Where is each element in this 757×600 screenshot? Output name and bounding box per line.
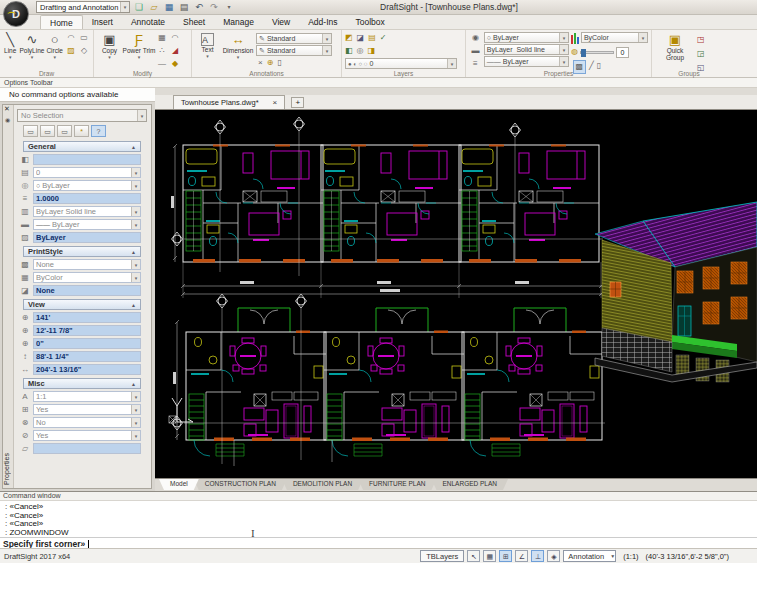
print-icon[interactable]: ▤: [178, 1, 190, 13]
linetype-scale-field[interactable]: 1.0000: [33, 193, 141, 204]
line-style-select[interactable]: ByLayer Solid line▾: [33, 206, 141, 217]
center-x-field[interactable]: 141': [33, 312, 141, 323]
grid-icon[interactable]: ▦: [483, 550, 496, 562]
transparency-field[interactable]: ByLayer: [33, 232, 141, 243]
save-icon[interactable]: ▦: [163, 1, 175, 13]
snap-icon[interactable]: ⊞: [499, 550, 512, 562]
sheet-tab-demolition-plan[interactable]: DEMOLITION PLAN: [282, 479, 363, 490]
sheet-tab-furniture-plan[interactable]: FURNITURE PLAN: [358, 479, 436, 490]
annotation-scale-select[interactable]: Annotation ▼: [563, 550, 616, 562]
ellipse-icon[interactable]: ◇: [78, 45, 90, 57]
tab-toolbox[interactable]: Toolbox: [347, 15, 394, 29]
copy-button[interactable]: ▣Copy▾: [97, 32, 122, 69]
section-general[interactable]: General▲: [23, 141, 141, 152]
line-color-select[interactable]: ○ByLayer▾: [484, 32, 569, 43]
explode-icon[interactable]: ∴: [156, 45, 168, 57]
color-select[interactable]: ByColor▾: [581, 32, 648, 43]
close-icon[interactable]: ×: [273, 98, 278, 107]
power-trim-button[interactable]: ƑPower Trim▾: [124, 32, 154, 69]
rectangle-icon[interactable]: ▭: [78, 32, 90, 44]
polyline-button[interactable]: ∿PolyLine▾: [19, 32, 44, 69]
selection-select[interactable]: No Selection▾: [17, 109, 147, 122]
pointer-snap-icon[interactable]: ↖: [467, 550, 480, 562]
section-printstyle[interactable]: PrintStyle▲: [23, 246, 141, 257]
redo-icon[interactable]: ↷: [208, 1, 220, 13]
ucs-origin-select[interactable]: No▾: [33, 417, 141, 428]
chamfer-icon[interactable]: ◢: [169, 45, 181, 57]
section-view[interactable]: View▲: [23, 299, 141, 310]
fillet-icon[interactable]: ◠: [169, 32, 181, 44]
height-field[interactable]: 88'-1 1/4": [33, 351, 141, 362]
pick-color-icon[interactable]: ◉: [469, 32, 482, 44]
layer-select[interactable]: ● ◐ ○ ◌ 0 ▾: [345, 58, 457, 69]
stretch-icon[interactable]: —: [156, 58, 168, 70]
tab-annotate[interactable]: Annotate: [122, 15, 174, 29]
width-field[interactable]: 204'-1 13/16": [33, 364, 141, 375]
print-style-select[interactable]: None▾: [33, 259, 141, 270]
sheet-tab-enlarged-plan[interactable]: ENLARGED PLAN: [431, 479, 508, 490]
layer-select[interactable]: 0▾: [33, 167, 141, 178]
line-style-select[interactable]: ByLayer Solid line▾: [484, 44, 569, 55]
text-button[interactable]: AText▾: [195, 32, 220, 69]
layer-on-icon[interactable]: ▤: [368, 32, 376, 44]
visual-style-field[interactable]: [33, 443, 141, 454]
document-tab[interactable]: Townhouse Plans.dwg* ×: [173, 95, 285, 109]
tab-insert[interactable]: Insert: [83, 15, 122, 29]
tab-home[interactable]: Home: [40, 15, 83, 29]
tab-addins[interactable]: Add-Ins: [299, 15, 346, 29]
pattern-icon[interactable]: ▦: [156, 32, 168, 44]
select-elements-icon[interactable]: ▭: [23, 125, 38, 137]
layer-preview-icon[interactable]: ◧: [345, 45, 353, 57]
palette-tab-label[interactable]: Properties: [3, 453, 14, 485]
ucs-icon-select[interactable]: Yes▾: [33, 404, 141, 415]
layer-isolate-icon[interactable]: ✓: [380, 32, 387, 44]
print-table-field[interactable]: None: [33, 285, 141, 296]
dimension-button[interactable]: ↔Dimension▾: [222, 32, 254, 69]
line-button[interactable]: ╲Line▾: [3, 32, 17, 69]
line-weight-select[interactable]: ——ByLayer▾: [484, 56, 569, 67]
quick-group-button[interactable]: ▣ Quick Group: [659, 32, 691, 74]
esnap-icon[interactable]: ◈: [547, 550, 560, 562]
select-highlight-icon[interactable]: ▭: [57, 125, 72, 137]
rotate-icon[interactable]: ◆: [169, 58, 181, 70]
annotation-scale-select[interactable]: 1:1▾: [33, 391, 141, 402]
color-field[interactable]: [33, 154, 141, 165]
dim-style-select[interactable]: ✎Standard▾: [256, 45, 332, 56]
tblayers-button[interactable]: TBLayers: [420, 550, 464, 562]
app-logo-icon[interactable]: ⌒D: [3, 1, 29, 27]
center-y-field[interactable]: 12'-11 7/8": [33, 325, 141, 336]
new-document-tab-button[interactable]: +: [291, 97, 304, 108]
center-z-field[interactable]: 0": [33, 338, 141, 349]
tab-manage[interactable]: Manage: [214, 15, 263, 29]
circle-button[interactable]: ○Circle▾: [46, 32, 63, 69]
print-color-select[interactable]: ByColor▾: [33, 272, 141, 283]
ortho-icon[interactable]: ∠: [515, 550, 528, 562]
tab-sheet[interactable]: Sheet: [174, 15, 214, 29]
sheet-tab-model[interactable]: Model: [159, 479, 199, 490]
transparency-slider[interactable]: [580, 51, 614, 54]
annotation-flag-icon[interactable]: ▯: [277, 57, 281, 69]
toolbar-options-icon[interactable]: ▾: [223, 1, 235, 13]
hatch-icon[interactable]: ▨: [65, 45, 77, 57]
arc-icon[interactable]: ◠: [65, 32, 77, 44]
text-style-select[interactable]: ✎Standard▾: [256, 33, 332, 44]
new-file-icon[interactable]: ❏: [133, 1, 145, 13]
select-new-icon[interactable]: ▭: [40, 125, 55, 137]
open-file-icon[interactable]: ▱: [148, 1, 160, 13]
model-canvas[interactable]: [155, 110, 757, 478]
sheet-tab-construction-plan[interactable]: CONSTRUCTION PLAN: [194, 479, 287, 490]
ungroup-icon[interactable]: ◳: [697, 34, 705, 46]
close-icon[interactable]: ✕: [4, 105, 10, 113]
layer-manager-icon[interactable]: ◩: [345, 32, 353, 44]
line-weight-select[interactable]: ——ByLayer▾: [33, 219, 141, 230]
ucs-viewport-select[interactable]: Yes▾: [33, 430, 141, 441]
layer-freeze-icon[interactable]: ◪: [357, 32, 365, 44]
line-color-select[interactable]: ○ByLayer▾: [33, 180, 141, 191]
undo-icon[interactable]: ↶: [193, 1, 205, 13]
section-misc[interactable]: Misc▲: [23, 378, 141, 389]
annotation-delete-icon[interactable]: ×: [258, 57, 263, 69]
layer-zoom-icon[interactable]: ◎: [357, 45, 364, 57]
transparency-value[interactable]: 0: [616, 47, 629, 58]
help-icon[interactable]: ?: [91, 125, 106, 137]
edit-group-icon[interactable]: ◲: [697, 48, 705, 60]
